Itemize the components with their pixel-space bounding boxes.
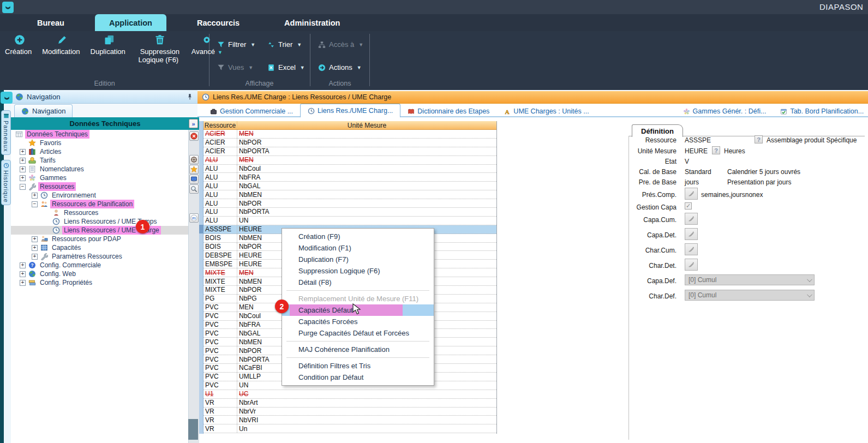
table-row[interactable]: ALU NbMEN [203, 190, 496, 199]
context-menu-item[interactable]: Condition par Défaut [282, 372, 434, 383]
tree-toolbar-button[interactable] [189, 165, 199, 174]
table-row[interactable]: VR Un [203, 424, 496, 433]
column-header[interactable]: Ressource [203, 121, 237, 129]
tree-item[interactable]: Favoris [11, 139, 188, 147]
tree-item[interactable]: Ressources de Planification [11, 200, 188, 208]
tree-expander[interactable] [20, 262, 26, 268]
context-menu-item[interactable]: MAJ Cohérence Planification [282, 344, 434, 355]
tree-expander[interactable] [20, 280, 26, 286]
table-row[interactable]: VR NbrVr [203, 408, 496, 416]
row-selector-column[interactable] [199, 121, 203, 434]
gestion-capa-checkbox[interactable]: ✓ [685, 202, 692, 209]
tree-item[interactable]: Config. Web [11, 270, 188, 278]
charcum-picker-button[interactable] [685, 243, 698, 255]
tree-item[interactable]: Capacités [11, 243, 188, 252]
table-row[interactable]: ALU MEN [203, 156, 496, 165]
ribbon-button[interactable]: Duplication [87, 34, 132, 64]
capadef-dropdown[interactable]: [0] Cumul [685, 274, 815, 285]
tree-item[interactable]: Config. Propriétés [11, 278, 188, 287]
ribbon-button[interactable]: Création [1, 34, 38, 64]
tree-expander[interactable] [32, 201, 38, 207]
chevron-down-icon[interactable]: ▼ [250, 42, 255, 47]
ribbon-small-button[interactable]: Actions ▼ [318, 63, 368, 71]
ribbon-small-button[interactable]: Accès à ▼ [318, 40, 368, 49]
tree-item[interactable]: Config. Commerciale [11, 261, 188, 270]
main-menu-tab[interactable]: Application [95, 14, 166, 31]
document-tab[interactable]: Gestion Commerciale ... [203, 105, 300, 117]
document-tab[interactable]: Dictionnaire des Etapes [400, 105, 496, 117]
table-row[interactable]: VR NbVRI [203, 416, 496, 424]
chevron-down-icon[interactable]: ▼ [300, 65, 305, 70]
pin-icon[interactable] [186, 93, 193, 100]
context-menu-item[interactable]: Duplication (F7) [282, 254, 434, 265]
tree-item[interactable]: Environnement [11, 191, 188, 200]
tree-expander[interactable] [32, 193, 38, 199]
tree-expander[interactable] [20, 149, 26, 155]
table-row[interactable]: ALU NbFRA [203, 173, 496, 182]
context-menu-item[interactable]: Modification (F1) [282, 242, 434, 254]
main-menu-tab[interactable]: Administration [270, 14, 354, 31]
tree-item[interactable]: Ressources [11, 208, 188, 217]
help-button[interactable]: ? [712, 146, 720, 154]
table-row[interactable]: ALU NbPOR [203, 199, 496, 208]
main-menu-tab[interactable]: Bureau [23, 14, 79, 31]
tree-expander[interactable] [20, 271, 26, 277]
context-menu-item[interactable] [282, 339, 434, 344]
main-menu-tab[interactable]: Raccourcis [183, 14, 254, 31]
app-logo-icon[interactable] [2, 2, 14, 13]
ribbon-small-button[interactable]: Trier ▼ [267, 40, 318, 49]
table-row[interactable]: VR NbrArt [203, 399, 496, 408]
chevron-down-icon[interactable]: ▼ [358, 42, 363, 47]
tab-definition[interactable]: Définition [632, 124, 683, 137]
tree-item[interactable]: Articles [11, 147, 188, 156]
context-menu-item[interactable] [282, 288, 434, 293]
tree-expander[interactable] [20, 184, 26, 190]
tree-expander[interactable] [32, 245, 38, 251]
tree-expander[interactable] [20, 158, 26, 164]
table-row[interactable]: ACIER MEN [203, 130, 496, 139]
tree-toolbar-button[interactable] [189, 131, 199, 141]
context-menu-item[interactable]: Détail (F8) [282, 277, 434, 288]
tree-toolbar-button[interactable] [189, 175, 199, 184]
tree-toolbar-button[interactable] [189, 155, 199, 164]
document-tab[interactable]: Liens Res./UME Charg... [300, 104, 400, 117]
ribbon-button[interactable]: Modification [38, 34, 86, 64]
context-menu-item[interactable]: Création (F9) [282, 231, 434, 242]
table-row[interactable]: U1 UC [203, 390, 496, 399]
collapse-panel-button[interactable]: » [189, 119, 198, 128]
column-header[interactable]: Unité Mesure [237, 121, 496, 129]
chevron-down-icon[interactable]: ▼ [248, 65, 253, 70]
help-button[interactable]: ? [755, 135, 763, 143]
tree-expander[interactable] [32, 254, 38, 260]
tree-item[interactable]: Ressources pour PDAP [11, 235, 188, 243]
context-menu-item[interactable]: Définition Filtres et Tris [282, 360, 434, 372]
table-row[interactable]: ALU NbGAL [203, 182, 496, 190]
chevron-down-icon[interactable]: ▼ [357, 65, 362, 70]
side-rail-tab[interactable]: Historique [1, 160, 11, 206]
tree-item[interactable]: Tarifs [11, 156, 188, 165]
document-tab[interactable]: Gammes Génér. : Défi... [676, 105, 774, 117]
context-menu-item[interactable]: Suppression Logique (F6) [282, 265, 434, 277]
tree-item[interactable]: Gammes [11, 173, 188, 182]
table-row[interactable]: ALU NbPORTA [203, 208, 496, 217]
side-rail-tab[interactable]: Panneaux [1, 110, 11, 155]
app-logo-icon[interactable] [1, 92, 13, 104]
tree-item[interactable]: Données Techniques [11, 130, 188, 139]
tree-item[interactable]: Ressources [11, 182, 188, 191]
tree-item[interactable]: Nomenclatures [11, 165, 188, 173]
table-row[interactable]: ACIER NbPORTA [203, 147, 496, 156]
chardef-dropdown[interactable]: [0] Cumul [685, 290, 815, 301]
tree-item[interactable]: Liens Ressources / UME Temps [11, 217, 188, 226]
tree-expander[interactable] [20, 175, 26, 181]
document-tab[interactable]: Tab. Bord Planification... [773, 105, 868, 117]
context-menu-item[interactable]: Capacités Forcées [282, 316, 434, 327]
context-menu-item[interactable]: Remplacement Unité de Mesure (F11) [282, 293, 434, 304]
ribbon-small-button[interactable]: Filtrer ▼ [217, 40, 267, 49]
ribbon-button[interactable]: Suppression Logique (F6) [132, 34, 188, 64]
tree-toolbar-button[interactable] [189, 213, 199, 223]
context-menu-item[interactable]: Purge Capacités Défaut et Forcées [282, 327, 434, 339]
chevron-down-icon[interactable]: ▼ [297, 42, 302, 47]
ribbon-small-button[interactable]: Excel ▼ [267, 63, 318, 71]
tree-toolbar-button[interactable] [189, 184, 199, 194]
tree-item[interactable]: Paramètres Ressources [11, 252, 188, 261]
